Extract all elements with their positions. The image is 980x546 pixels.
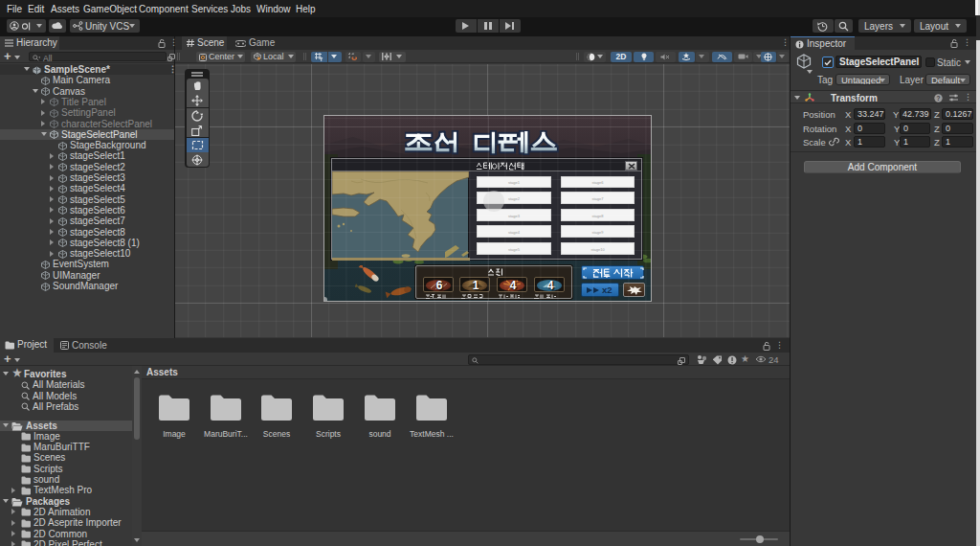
svg-text:?: ? [937,95,941,102]
